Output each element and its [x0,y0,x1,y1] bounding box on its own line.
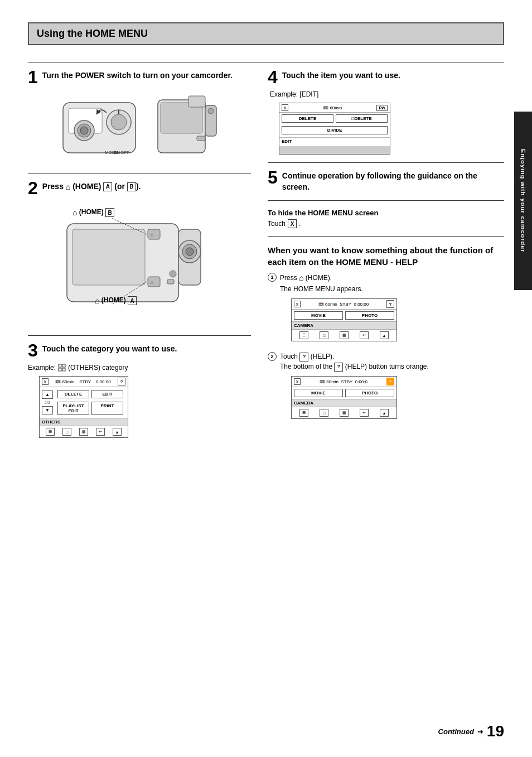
camera-label-h2: CAMERA [292,399,396,407]
svg-rect-23 [148,229,160,239]
icon-1-h1: ☰ [299,331,308,339]
svg-rect-34 [62,368,65,371]
sub-circle-2: 2 [268,352,277,361]
svg-point-22 [186,248,194,255]
left-column: 1 Turn the POWER switch to turn on your … [28,70,251,443]
to-hide-body: Touch X. [268,219,504,228]
divider-2 [28,335,251,336]
others-label-s3: OTHERS [40,418,128,426]
delete-btn-s4: DELETE [282,114,333,123]
icon-2-s3: □ [62,428,71,436]
svg-text:ON: ON [113,150,120,155]
sub-step-2-content: Touch ? (HELP). The bottom of the ? (HEL… [280,351,429,423]
screen-help1-container: X 📼 60min STBY 0:00:00 ? MOVIE PHOTO CAM… [291,298,397,341]
camera-diagram-1b [149,91,222,164]
svg-rect-31 [59,364,61,367]
camera-diagram-1a: MODE ON OFF [57,91,144,164]
step-3: 3 Touch the category you want to use. Ex… [28,344,251,438]
q-box-inline-2: ? [334,363,343,372]
others-icon [58,364,66,372]
step-2-number: 2 [28,179,38,197]
svg-rect-33 [59,368,61,371]
step-4-title: Touch the item you want to use. [282,70,400,81]
x-button-h1: X [294,301,301,307]
icon-3-s3: ▦ [79,428,88,436]
home-b-label: ⌂ (HOME) B [72,208,114,217]
photo-btn-h1: PHOTO [345,311,394,320]
to-hide-title: To hide the HOME MENU screen [268,209,504,217]
icon-5-h1: ▲ [380,331,389,339]
continued-label: Continued [438,727,474,736]
step-2-diagram: ⌂ ⌂ ⌂ (HOME) B [39,201,251,326]
arrow-icon: ➜ [477,727,483,736]
bottom-icons-s3: ☰ □ ▦ ↩ ▲ [40,426,128,437]
svg-point-29 [170,271,176,277]
page-footer: Continued ➜ 19 [438,722,504,740]
icon-4-s3: ↩ [96,428,105,436]
help-section-title: When you want to know something about th… [268,244,504,268]
home-icon-sub1: ⌂ [299,273,303,282]
step-4-example: Example: [EDIT] [270,90,504,98]
step-3-title: Touch the category you want to use. [42,344,177,355]
divider-3 [268,162,504,163]
movie-btn-h2: MOVIE [294,389,343,397]
box-a: A [103,182,112,191]
icon-2-h1: □ [320,331,328,339]
icon-1-h2: ☰ [299,409,308,417]
sub-step-1-text: Press ⌂ (HOME). The HOME MENU appears. [280,272,397,294]
svg-rect-30 [167,279,174,284]
divider-5 [268,236,504,237]
edit-bar-s4 [279,146,390,154]
step-4-number: 4 [268,68,278,86]
step-1-header: 1 Turn the POWER switch to turn on your … [28,70,251,86]
step-1-number: 1 [28,68,38,86]
to-hide-section: To hide the HOME MENU screen Touch X. [268,209,504,228]
step-5: 5 Continue operation by following the gu… [268,171,504,192]
svg-rect-16 [197,136,205,141]
rw-badge-s4: RW [376,105,388,111]
step-3-number: 3 [28,341,38,359]
step-2-header: 2 Press ⌂ (HOME) A (or B). [28,181,251,197]
svg-rect-25 [148,277,160,287]
edit-label-s4: EDIT [279,137,390,145]
step-2: 2 Press ⌂ (HOME) A (or B). [28,181,251,326]
screen-step3: X 📼 60min STBY 0:00:00 ? [39,376,128,438]
sub-step-1: 1 Press ⌂ (HOME). The HOME MENU appears.… [268,272,504,346]
edit-btn-s3: EDIT [91,390,123,398]
divider-top [28,62,504,62]
step-2-camera-svg: ⌂ ⌂ [39,201,212,324]
step-2-title: Press ⌂ (HOME) A (or B). [42,181,141,192]
screen-help2: X 📼 60min STBY 0:00:0 ? MOVIE PHOTO CAME… [291,376,397,419]
page-number: 19 [487,722,504,740]
svg-text:⌂: ⌂ [151,279,153,285]
print-btn-s3: PRINT [91,402,123,415]
icon-4-h2: ↩ [360,409,369,417]
sub-step-2-text: Touch ? (HELP). The bottom of the ? (HEL… [280,351,429,372]
bottom-icons-h2: ☰ □ ▦ ↩ ▲ [292,407,396,418]
box-delete-btn-s4: □DELETE [336,114,388,123]
q-button-s3: ? [118,378,125,385]
step-5-title: Continue operation by following the guid… [282,171,504,192]
step-1-diagram: MODE ON OFF [28,91,251,164]
bottom-icons-h1: ☰ □ ▦ ↩ ▲ [292,329,396,341]
icon-3-h1: ▦ [340,331,349,339]
svg-rect-32 [62,364,65,367]
page: Enjoying with your camcorder Using the H… [0,0,532,757]
svg-text:OFF: OFF [120,150,129,155]
step-5-header: 5 Continue operation by following the gu… [268,171,504,192]
step-3-screen: X 📼 60min STBY 0:00:00 ? [39,376,251,438]
icon-2-h2: □ [320,409,328,417]
svg-text:⌂: ⌂ [151,232,153,238]
svg-point-15 [208,108,214,114]
playlist-btn-s3: PLAYLIST EDIT [57,402,89,415]
x-button-h2: X [294,378,301,385]
divider-1 [28,173,251,173]
down-btn-s3: ▼ [42,406,53,414]
main-columns: 1 Turn the POWER switch to turn on your … [28,70,504,443]
sub-step-2: 2 Touch ? (HELP). The bottom of the ? (H… [268,351,504,423]
step-4: 4 Touch the item you want to use. Exampl… [268,70,504,155]
step-3-header: 3 Touch the category you want to use. [28,344,251,359]
step-4-header: 4 Touch the item you want to use. [268,70,504,86]
icon-3-h2: ▦ [340,409,349,417]
side-tab: Enjoying with your camcorder [514,112,532,290]
